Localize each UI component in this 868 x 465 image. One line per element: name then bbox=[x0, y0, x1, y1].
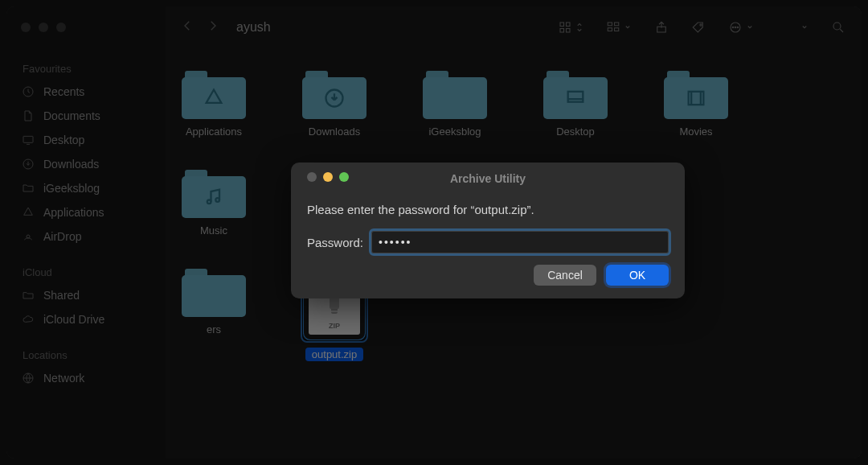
cancel-button[interactable]: Cancel bbox=[534, 265, 596, 286]
back-button[interactable] bbox=[180, 19, 194, 36]
file-label: Music bbox=[200, 224, 227, 237]
sidebar-item-airdrop[interactable]: AirDrop bbox=[6, 224, 166, 249]
sidebar-item-applications[interactable]: Applications bbox=[6, 200, 166, 224]
document-icon bbox=[21, 109, 35, 123]
folder-glyph bbox=[423, 71, 487, 119]
file-label: output.zip bbox=[305, 348, 363, 361]
svg-rect-5 bbox=[560, 23, 564, 27]
svg-point-17 bbox=[735, 27, 736, 28]
network-icon bbox=[21, 371, 35, 385]
sidebar-item-label: Documents bbox=[43, 109, 100, 122]
sidebar-section-title: Locations bbox=[6, 344, 166, 366]
sidebar-item-desktop[interactable]: Desktop bbox=[6, 128, 166, 152]
dialog-password-row: Password: bbox=[307, 231, 669, 253]
path-title: ayush bbox=[236, 20, 271, 35]
sidebar-section-icloud: iCloud Shared iCloud Drive bbox=[6, 261, 166, 331]
zip-ext-label: ZIP bbox=[309, 322, 360, 330]
view-mode-button[interactable] bbox=[553, 17, 588, 38]
share-button[interactable] bbox=[649, 17, 674, 38]
sidebar-item-label: Network bbox=[43, 372, 84, 385]
sidebar-item-label: Desktop bbox=[43, 134, 84, 146]
sidebar-item-label: Recents bbox=[43, 85, 84, 98]
sidebar-item-icloud-drive[interactable]: iCloud Drive bbox=[6, 307, 166, 331]
svg-point-19 bbox=[833, 23, 841, 30]
cloud-icon bbox=[21, 312, 35, 327]
svg-point-18 bbox=[737, 27, 739, 28]
sidebar-item-label: AirDrop bbox=[43, 230, 81, 243]
svg-rect-1 bbox=[23, 136, 33, 142]
sidebar-item-igeeksblog[interactable]: iGeeksblog bbox=[6, 176, 166, 200]
overflow-button[interactable] bbox=[796, 17, 813, 38]
zoom-dot[interactable] bbox=[56, 23, 66, 32]
folder-music[interactable]: Music bbox=[174, 170, 254, 237]
desktop-icon bbox=[21, 133, 35, 147]
group-button[interactable] bbox=[601, 17, 637, 38]
sidebar-section-title: Favourites bbox=[6, 58, 166, 80]
folder-glyph bbox=[182, 269, 246, 317]
password-label: Password: bbox=[307, 236, 363, 249]
file-label: Desktop bbox=[556, 126, 595, 138]
sidebar-item-label: Downloads bbox=[43, 158, 99, 171]
action-menu-button[interactable] bbox=[723, 17, 759, 38]
folder-icon bbox=[21, 181, 35, 195]
sidebar-item-label: Shared bbox=[43, 289, 80, 302]
window-controls bbox=[21, 23, 66, 32]
toolbar: ayush bbox=[166, 6, 862, 48]
folder-movies[interactable]: Movies bbox=[656, 71, 736, 138]
sidebar-item-label: Applications bbox=[43, 206, 104, 219]
folder-igeeksblog[interactable]: iGeeksblog bbox=[415, 71, 495, 138]
close-dot[interactable] bbox=[21, 23, 31, 32]
sidebar-item-downloads[interactable]: Downloads bbox=[6, 152, 166, 176]
folder-glyph bbox=[664, 71, 728, 119]
minimize-dot[interactable] bbox=[39, 23, 48, 32]
folder-glyph bbox=[182, 170, 246, 218]
folder-downloads[interactable]: Downloads bbox=[294, 71, 375, 138]
sidebar: Favourites Recents Documents Desktop Dow… bbox=[6, 6, 166, 459]
file-label: iGeeksblog bbox=[428, 126, 481, 138]
sidebar-item-network[interactable]: Network bbox=[6, 366, 166, 390]
sidebar-section-title: iCloud bbox=[6, 261, 166, 283]
svg-rect-11 bbox=[608, 28, 612, 31]
sidebar-section-favourites: Favourites Recents Documents Desktop Dow… bbox=[6, 58, 166, 249]
folder-glyph bbox=[543, 71, 608, 119]
svg-rect-10 bbox=[615, 23, 619, 26]
ok-button[interactable]: OK bbox=[606, 265, 669, 286]
password-input[interactable] bbox=[371, 231, 669, 253]
shared-icon bbox=[21, 288, 35, 302]
tags-button[interactable] bbox=[686, 17, 710, 38]
search-button[interactable] bbox=[826, 17, 850, 38]
svg-point-23 bbox=[207, 200, 211, 204]
dialog-prompt: Please enter the password for “output.zi… bbox=[307, 203, 669, 216]
file-label: Movies bbox=[679, 126, 712, 138]
svg-rect-6 bbox=[567, 23, 571, 27]
file-label: ers bbox=[207, 323, 221, 335]
dialog-title: Archive Utility bbox=[291, 172, 685, 185]
clock-icon bbox=[21, 84, 35, 99]
archive-utility-dialog: Archive Utility Please enter the passwor… bbox=[291, 163, 685, 298]
sidebar-item-shared[interactable]: Shared bbox=[6, 283, 166, 307]
sidebar-item-documents[interactable]: Documents bbox=[6, 104, 166, 128]
folder-partial[interactable]: ers bbox=[174, 269, 254, 361]
applications-icon bbox=[21, 205, 35, 220]
airdrop-icon bbox=[21, 229, 35, 244]
svg-rect-7 bbox=[560, 29, 564, 33]
folder-glyph bbox=[302, 71, 366, 119]
folder-applications[interactable]: Applications bbox=[174, 71, 254, 138]
forward-button[interactable] bbox=[206, 19, 220, 36]
sidebar-item-label: iGeeksblog bbox=[43, 182, 100, 195]
svg-rect-21 bbox=[568, 92, 583, 102]
download-icon bbox=[21, 157, 35, 171]
sidebar-section-locations: Locations Network bbox=[6, 344, 166, 390]
svg-point-16 bbox=[732, 27, 734, 28]
svg-rect-12 bbox=[615, 28, 619, 31]
nav-arrows bbox=[180, 19, 220, 36]
sidebar-item-recents[interactable]: Recents bbox=[6, 80, 166, 104]
folder-desktop[interactable]: Desktop bbox=[535, 71, 616, 138]
file-label: Applications bbox=[186, 126, 242, 138]
file-label: Downloads bbox=[309, 126, 360, 138]
folder-glyph bbox=[182, 71, 246, 119]
svg-rect-8 bbox=[567, 29, 571, 33]
svg-rect-9 bbox=[608, 23, 612, 26]
dialog-buttons: Cancel OK bbox=[307, 265, 669, 286]
svg-point-14 bbox=[700, 24, 702, 26]
